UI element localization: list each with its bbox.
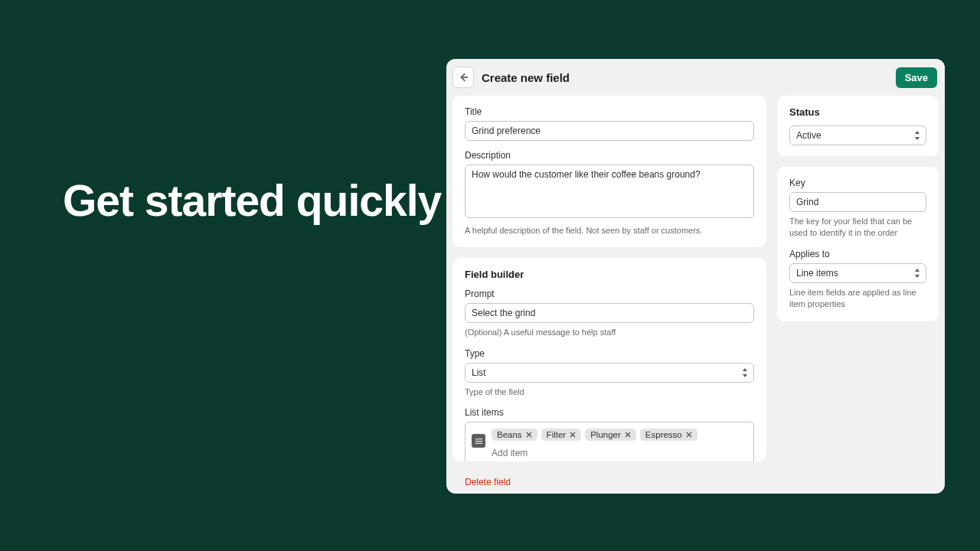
side-column: Status Active Key The key for your field…: [777, 96, 939, 487]
prompt-input[interactable]: [465, 303, 754, 323]
description-label: Description: [465, 150, 754, 161]
key-label: Key: [789, 178, 926, 188]
close-icon: [625, 432, 631, 438]
list-icon: [472, 434, 485, 448]
title-field-group: Title: [465, 106, 754, 141]
applies-field-group: Applies to Line items Line item fields a…: [789, 249, 926, 311]
arrow-left-icon: [458, 72, 469, 83]
status-select[interactable]: Active: [789, 126, 926, 145]
tag-remove-button[interactable]: [568, 430, 577, 439]
status-heading: Status: [789, 106, 926, 118]
modal-body: Title Description How would the customer…: [446, 96, 945, 494]
prompt-field-group: Prompt (Optional) A useful message to he…: [465, 289, 754, 338]
applies-label: Applies to: [789, 249, 926, 259]
modal-header: Create new field Save: [446, 59, 945, 96]
field-builder-heading: Field builder: [465, 269, 754, 280]
type-helper: Type of the field: [465, 386, 754, 398]
applies-helper: Line item fields are applied as line ite…: [789, 287, 926, 311]
applies-select-value: Line items: [796, 268, 838, 279]
select-arrows-icon: [914, 131, 920, 140]
description-helper: A helpful description of the field. Not …: [465, 225, 754, 236]
status-card: Status Active: [777, 96, 939, 156]
field-builder-card: Field builder Prompt (Optional) A useful…: [452, 258, 766, 461]
tag-remove-button[interactable]: [623, 430, 632, 439]
select-arrows-icon: [742, 368, 748, 377]
tag-item: Plunger: [585, 429, 636, 441]
title-label: Title: [465, 106, 754, 117]
description-field-group: Description How would the customer like …: [465, 150, 754, 236]
tag-label: Plunger: [590, 430, 621, 439]
applies-select[interactable]: Line items: [789, 263, 926, 283]
key-input[interactable]: [789, 192, 926, 212]
select-arrows-icon: [914, 269, 920, 278]
tag-label: Beans: [497, 430, 522, 439]
type-field-group: Type List Type of the field: [465, 348, 754, 398]
key-field-group: Key The key for your field that can be u…: [789, 178, 926, 240]
add-item-input[interactable]: [492, 448, 747, 458]
create-field-modal: Create new field Save Title Description …: [446, 59, 945, 494]
tag-remove-button[interactable]: [524, 430, 534, 439]
description-input[interactable]: How would the customer like their coffee…: [465, 165, 754, 218]
header-left: Create new field: [452, 67, 570, 88]
type-select-value: List: [472, 367, 486, 378]
prompt-helper: (Optional) A useful message to help staf…: [465, 327, 754, 338]
save-button[interactable]: Save: [896, 67, 937, 88]
main-column: Title Description How would the customer…: [452, 96, 766, 487]
key-helper: The key for your field that can be used …: [789, 216, 926, 240]
tag-remove-button[interactable]: [684, 430, 694, 439]
tag-label: Espresso: [645, 430, 682, 439]
modal-title: Create new field: [482, 71, 570, 84]
type-select[interactable]: List: [465, 363, 754, 383]
close-icon: [526, 432, 532, 438]
tag-label: Filter: [547, 430, 567, 439]
type-label: Type: [465, 348, 754, 359]
back-button[interactable]: [452, 67, 474, 88]
tags-container[interactable]: Beans Filter: [465, 422, 754, 461]
close-icon: [686, 432, 692, 438]
title-input[interactable]: [465, 121, 754, 141]
close-icon: [570, 432, 576, 438]
delete-field-link[interactable]: Delete field: [452, 472, 766, 487]
tag-item: Espresso: [640, 429, 697, 441]
key-applies-card: Key The key for your field that can be u…: [777, 167, 939, 321]
basic-info-card: Title Description How would the customer…: [452, 96, 766, 247]
tag-item: Filter: [541, 429, 582, 441]
list-items-field-group: List items Beans: [465, 407, 754, 461]
prompt-label: Prompt: [465, 289, 754, 299]
list-items-label: List items: [465, 407, 754, 418]
status-select-value: Active: [796, 130, 822, 141]
tag-item: Beans: [492, 429, 537, 441]
tags-wrap: Beans Filter: [492, 429, 747, 458]
